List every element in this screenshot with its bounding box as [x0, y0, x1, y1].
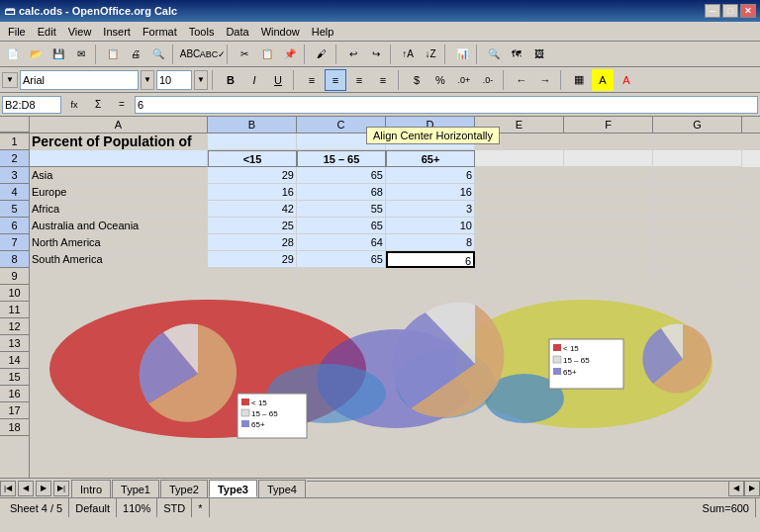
- open-button[interactable]: 📂: [25, 44, 47, 65]
- cell-b2[interactable]: <15: [208, 150, 297, 167]
- cell-a3[interactable]: Asia: [30, 167, 208, 184]
- row-num-8[interactable]: 8: [0, 251, 29, 268]
- redo-button[interactable]: ↪: [365, 44, 387, 65]
- cell-g4[interactable]: [653, 184, 742, 201]
- cell-f9[interactable]: [564, 268, 653, 285]
- cell-g7[interactable]: [653, 234, 742, 251]
- cell-d7[interactable]: 8: [386, 234, 475, 251]
- cell-c9[interactable]: [297, 268, 386, 285]
- sheet-tab-type2[interactable]: Type2: [160, 480, 208, 497]
- align-center-button[interactable]: ≡: [325, 69, 346, 91]
- cell-g6[interactable]: [653, 218, 742, 234]
- cell-e3[interactable]: [475, 167, 564, 184]
- preview-button[interactable]: 🔍: [147, 44, 169, 65]
- cell-e4[interactable]: [475, 184, 564, 201]
- formula-input[interactable]: [135, 96, 758, 114]
- cell-c3[interactable]: 65: [297, 167, 386, 184]
- cell-f7[interactable]: [564, 234, 653, 251]
- cell-a9[interactable]: [30, 268, 208, 285]
- row-num-14[interactable]: 14: [0, 352, 29, 369]
- new-button[interactable]: 📄: [2, 44, 24, 65]
- menu-edit[interactable]: Edit: [32, 24, 62, 40]
- sheet-tab-intro[interactable]: Intro: [71, 480, 111, 497]
- cell-b7[interactable]: 28: [208, 234, 297, 251]
- row-num-15[interactable]: 15: [0, 369, 29, 386]
- row-num-7[interactable]: 7: [0, 234, 29, 251]
- align-left-button[interactable]: ≡: [301, 69, 323, 91]
- cell-reference-input[interactable]: [2, 96, 61, 114]
- cell-c5[interactable]: 55: [297, 201, 386, 218]
- cell-d3[interactable]: 6: [386, 167, 475, 184]
- cell-a4[interactable]: Europe: [30, 184, 208, 201]
- cell-g2[interactable]: [653, 150, 742, 167]
- row-num-4[interactable]: 4: [0, 184, 29, 201]
- cell-b5[interactable]: 42: [208, 201, 297, 218]
- cell-a6[interactable]: Australia and Oceania: [30, 218, 208, 234]
- cell-c2[interactable]: 15 – 65: [297, 150, 386, 167]
- hscroll-left-button[interactable]: ◀: [728, 481, 744, 496]
- percent-button[interactable]: %: [429, 69, 451, 91]
- row-num-5[interactable]: 5: [0, 201, 29, 218]
- cell-d6[interactable]: 10: [386, 218, 475, 234]
- tab-prev-button[interactable]: ◀: [18, 481, 34, 496]
- cell-f8[interactable]: [564, 251, 653, 268]
- sheet-tab-type3[interactable]: Type3: [209, 480, 257, 497]
- cell-g9[interactable]: [653, 268, 742, 285]
- row-num-13[interactable]: 13: [0, 335, 29, 352]
- row-num-6[interactable]: 6: [0, 218, 29, 234]
- menu-tools[interactable]: Tools: [183, 24, 221, 40]
- menu-view[interactable]: View: [62, 24, 98, 40]
- cell-d5[interactable]: 3: [386, 201, 475, 218]
- cell-e2[interactable]: [475, 150, 564, 167]
- menu-file[interactable]: File: [2, 24, 32, 40]
- indent-more-button[interactable]: →: [534, 69, 556, 91]
- horizontal-scrollbar[interactable]: [307, 481, 728, 496]
- indent-less-button[interactable]: ←: [511, 69, 532, 91]
- decimal-add-button[interactable]: .0+: [453, 69, 475, 91]
- row-num-9[interactable]: 9: [0, 268, 29, 285]
- row-num-1[interactable]: 1: [0, 133, 29, 150]
- highlight-button[interactable]: A: [592, 69, 614, 91]
- col-header-a[interactable]: A: [30, 117, 208, 133]
- cell-e7[interactable]: [475, 234, 564, 251]
- cell-b6[interactable]: 25: [208, 218, 297, 234]
- cell-a2[interactable]: [30, 150, 208, 167]
- font-color-button[interactable]: A: [616, 69, 637, 91]
- navigator-button[interactable]: 🗺: [506, 44, 527, 65]
- cell-e6[interactable]: [475, 218, 564, 234]
- copy-button[interactable]: 📋: [256, 44, 278, 65]
- close-button[interactable]: ✕: [740, 4, 756, 18]
- col-header-f[interactable]: F: [564, 117, 653, 133]
- cell-a1[interactable]: Percent of Population of Age: [30, 133, 208, 150]
- tab-next-button[interactable]: ▶: [36, 481, 51, 496]
- cell-b1[interactable]: [208, 133, 297, 150]
- cell-d4[interactable]: 16: [386, 184, 475, 201]
- cell-g8[interactable]: [653, 251, 742, 268]
- font-size-input[interactable]: [156, 70, 192, 90]
- email-button[interactable]: ✉: [70, 44, 92, 65]
- equals-button[interactable]: =: [111, 94, 133, 116]
- cell-f1[interactable]: [564, 133, 653, 150]
- hscroll-right-button[interactable]: ▶: [744, 481, 760, 496]
- sort-desc-button[interactable]: ↓Z: [420, 44, 441, 65]
- cell-a7[interactable]: North America: [30, 234, 208, 251]
- cell-a5[interactable]: Africa: [30, 201, 208, 218]
- cell-b8[interactable]: 29: [208, 251, 297, 268]
- bold-button[interactable]: B: [220, 69, 241, 91]
- cell-d8[interactable]: 6: [386, 251, 475, 268]
- italic-button[interactable]: I: [243, 69, 265, 91]
- col-header-b[interactable]: B: [208, 117, 297, 133]
- row-num-11[interactable]: 11: [0, 302, 29, 318]
- cell-d9[interactable]: [386, 268, 475, 285]
- tab-last-button[interactable]: ▶|: [53, 481, 69, 496]
- spellcheck-button[interactable]: ABC: [179, 44, 201, 65]
- minimize-button[interactable]: ─: [705, 4, 720, 18]
- cell-d2[interactable]: 65+: [386, 150, 475, 167]
- print-button[interactable]: 🖨: [125, 44, 146, 65]
- cell-b4[interactable]: 16: [208, 184, 297, 201]
- maximize-button[interactable]: □: [722, 4, 738, 18]
- chart-button[interactable]: 📊: [451, 44, 473, 65]
- border-button[interactable]: ▦: [568, 69, 590, 91]
- align-justify-button[interactable]: ≡: [372, 69, 394, 91]
- cell-c7[interactable]: 64: [297, 234, 386, 251]
